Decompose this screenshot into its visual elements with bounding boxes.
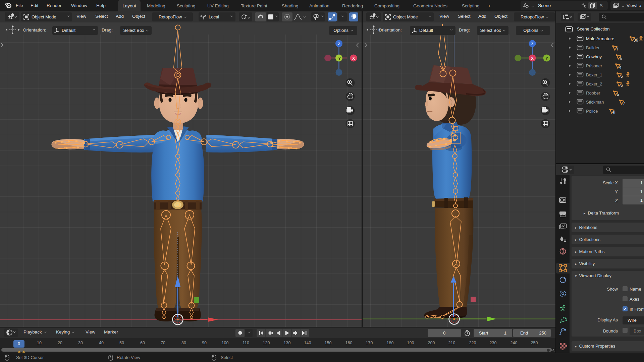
svg-text:Z: Z — [338, 42, 340, 46]
svg-text:5: 5 — [617, 92, 619, 97]
svg-text:Robber: Robber — [586, 90, 600, 96]
svg-text:Y: Y — [545, 56, 548, 60]
svg-text:X: X — [531, 56, 534, 60]
svg-text:Prisoner: Prisoner — [586, 63, 602, 68]
svg-text:Builder: Builder — [586, 45, 600, 50]
svg-text:4: 4 — [619, 65, 622, 70]
svg-text:7: 7 — [616, 47, 619, 52]
svg-text:6: 6 — [621, 83, 623, 88]
svg-text:6: 6 — [621, 74, 623, 79]
svg-text:Police: Police — [586, 109, 598, 114]
svg-text:Boxer_1: Boxer_1 — [586, 72, 602, 77]
svg-text:36: 36 — [634, 38, 638, 43]
svg-text:Boxer_2: Boxer_2 — [586, 81, 602, 86]
svg-text:-Y: -Y — [337, 56, 341, 60]
svg-text:Stickman: Stickman — [586, 100, 604, 105]
svg-text:6: 6 — [613, 110, 615, 115]
svg-text:Male Armature: Male Armature — [586, 36, 614, 41]
svg-text:7: 7 — [623, 101, 625, 106]
svg-text:Cowboy: Cowboy — [586, 54, 602, 59]
svg-text:Z: Z — [531, 42, 533, 46]
svg-text:X: X — [352, 56, 355, 60]
svg-text:6: 6 — [620, 56, 622, 61]
